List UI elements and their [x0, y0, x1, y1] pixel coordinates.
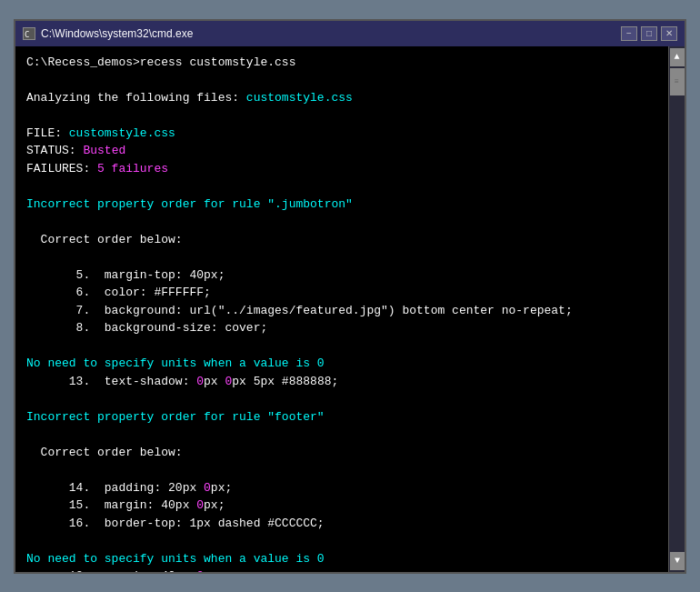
line-blank8	[26, 426, 655, 444]
scrollbar-down-arrow[interactable]: ▼	[670, 552, 685, 570]
title-bar-left: C C:\Windows\system32\cmd.exe	[23, 27, 193, 40]
line-correct-order1: Correct order below:	[26, 231, 655, 249]
line-no-need1: No need to specify units when a value is…	[26, 355, 655, 373]
line-blank4	[26, 213, 655, 231]
cmd-window: C C:\Windows\system32\cmd.exe − □ ✕ C:\R…	[14, 19, 686, 574]
line-no-need2: No need to specify units when a value is…	[26, 550, 655, 568]
line-8: 8. background-size: cover;	[26, 319, 655, 337]
line-blank7	[26, 390, 655, 408]
title-bar: C C:\Windows\system32\cmd.exe − □ ✕	[15, 21, 685, 46]
window-controls: − □ ✕	[621, 26, 677, 41]
line-blank9	[26, 461, 655, 479]
line-7: 7. background: url("../images/featured.j…	[26, 302, 655, 320]
line-blank3	[26, 177, 655, 196]
line-blank2	[26, 106, 655, 125]
line-14: 14. padding: 20px 0px;	[26, 479, 655, 497]
line-incorrect2: Incorrect property order for rule "foote…	[26, 408, 655, 426]
line-blank5	[26, 248, 655, 266]
close-button[interactable]: ✕	[661, 26, 677, 41]
scrollbar[interactable]: ▲ ≡ ▼	[668, 46, 685, 572]
window-title: C:\Windows\system32\cmd.exe	[41, 27, 193, 40]
line-correct-order2: Correct order below:	[26, 444, 655, 462]
line-15: 15. margin: 40px 0px;	[26, 497, 655, 515]
line-analyzing: Analyzing the following files: customsty…	[26, 89, 655, 107]
cmd-icon: C	[23, 27, 35, 40]
svg-text:C: C	[25, 30, 29, 39]
line-16: 16. border-top: 1px dashed #CCCCCC;	[26, 515, 655, 533]
line-13: 13. text-shadow: 0px 0px 5px #888888;	[26, 373, 655, 391]
scrollbar-up-arrow[interactable]: ▲	[670, 48, 685, 66]
line-blank1	[26, 71, 655, 89]
line-blank10	[26, 532, 655, 550]
line-6: 6. color: #FFFFFF;	[26, 284, 655, 302]
line-blank6	[26, 337, 655, 356]
line-5: 5. margin-top: 40px;	[26, 266, 655, 285]
line-18: 18. margin: 40px 0px;	[26, 567, 655, 572]
line-incorrect1: Incorrect property order for rule ".jumb…	[26, 196, 655, 214]
line-cmd-prompt: C:\Recess_demos>recess customstyle.css	[26, 54, 655, 72]
terminal-content: C:\Recess_demos>recess customstyle.css A…	[26, 54, 674, 572]
line-failures: FAILURES: 5 failures	[26, 160, 655, 178]
line-status: STATUS: Busted	[26, 142, 655, 160]
maximize-button[interactable]: □	[641, 26, 657, 41]
minimize-button[interactable]: −	[621, 26, 637, 41]
line-file: FILE: customstyle.css	[26, 125, 655, 143]
scrollbar-thumb[interactable]: ≡	[670, 68, 685, 95]
terminal-body: C:\Recess_demos>recess customstyle.css A…	[15, 46, 685, 572]
